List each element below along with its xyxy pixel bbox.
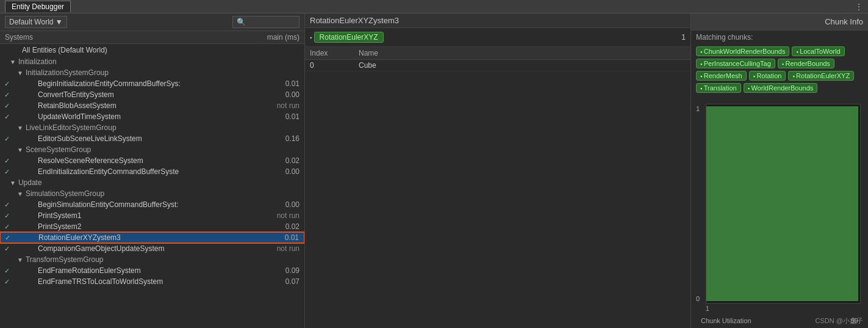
all-entities-row[interactable]: All Entities (Default World) [0,44,304,56]
col-systems-label: Systems [5,33,251,42]
world-selector[interactable]: Default World ▼ [5,16,67,28]
checkbox[interactable]: ✓ [0,201,13,209]
system-time: 0.02 [256,222,304,231]
chunk-util-label: Chunk Utilization [701,317,751,324]
query-row: ▪ RotationEulerXYZ 1 [305,28,690,47]
checkbox[interactable]: ✓ [0,102,13,110]
chunk-tag-rendermesh: RenderMesh [696,71,747,81]
system-time: 0.01 [256,112,304,121]
system-time: 0.02 [256,156,304,165]
index-header: Index [310,49,359,57]
triangle-icon: ▼ [17,125,23,131]
group-update[interactable]: ▼ Update [0,177,304,188]
bar-fill [706,106,858,301]
system-row[interactable]: ✓ PrintSystem2 0.02 [0,221,304,232]
system-row[interactable]: ✓ EndFrameTRSToLocalToWorldSystem 0.07 [0,276,304,287]
group-init-system-group[interactable]: ▼ InitializationSystemGroup [0,67,304,78]
livelink-label: LiveLinkEditorSystemGroup [26,123,117,132]
group-initialization[interactable]: ▼ Initialization [0,56,304,67]
checkbox[interactable]: ✓ [0,80,13,88]
system-name: RotationEulerXYZystem3 [14,233,255,242]
system-row[interactable]: ✓ EditorSubSceneLiveLinkSystem 0.16 [0,133,304,144]
system-name: EditorSubSceneLiveLinkSystem [13,134,256,143]
system-name: BeginInitializationEntityCommandBufferSy… [13,79,256,88]
system-name: UpdateWorldTimeSystem [13,112,256,121]
x-label-1: 1 [706,305,709,312]
checkbox[interactable]: ✓ [0,157,13,165]
system-name: EndFrameTRSToLocalToWorldSystem [13,277,256,286]
search-input[interactable] [232,16,299,28]
checkbox[interactable]: ✓ [0,135,13,143]
system-row[interactable]: ✓ EndFrameRotationEulerSystem 0.09 [0,265,304,276]
system-time: 0.00 [256,167,304,176]
group-scene[interactable]: ▼ SceneSystemGroup [0,144,304,155]
chunk-tag-rotation: Rotation [749,71,786,81]
system-row[interactable]: ✓ CompanionGameObjectUpdateSystem not ru… [0,243,304,254]
chunks-tags: ChunkWorldRenderBounds LocalToWorld PerI… [691,44,868,95]
checkbox[interactable]: ✓ [1,234,14,242]
col-main-label: main (ms) [251,33,299,42]
name-header: Name [359,49,686,57]
middle-panel: RotationEulerXYZystem3 ▪ RotationEulerXY… [305,13,691,328]
system-row[interactable]: ✓ ResolveSceneReferenceSystem 0.02 [0,155,304,166]
triangle-icon: ▼ [10,180,16,186]
credit-label: CSDN @小盏子 [816,316,863,326]
system-row[interactable]: ✓ UpdateWorldTimeSystem 0.01 [0,111,304,122]
chart-area: 1 0 1 Chunk Utilization 99 [691,95,868,328]
checkbox[interactable]: ✓ [0,267,13,275]
y-label-0: 0 [696,295,700,302]
entity-debugger-tab[interactable]: Entity Debugger [5,1,71,12]
system-time: 0.01 [256,79,304,88]
system-name: PrintSystem1 [13,211,256,220]
triangle-icon: ▼ [10,59,16,65]
system-row[interactable]: ✓ PrintSystem1 not run [0,210,304,221]
top-bar: Entity Debugger ⋮ [0,0,868,13]
system-row[interactable]: ✓ BeginSimulationEntityCommandBufferSyst… [0,199,304,210]
entity-table: Index Name 0 Cube [305,47,690,328]
systems-list: All Entities (Default World) ▼ Initializ… [0,44,304,328]
rw-icon: ▪ [310,34,312,41]
system-row[interactable]: ✓ RetainBlobAssetSystem not run [0,100,304,111]
simulation-label: SimulationSystemGroup [26,189,104,198]
main-layout: Default World ▼ Systems main (ms) All En… [0,13,868,328]
system-name: RetainBlobAssetSystem [13,101,256,110]
system-title: RotationEulerXYZystem3 [305,13,690,28]
triangle-icon: ▼ [17,191,23,197]
system-time: 0.07 [256,277,304,286]
system-time: not run [256,244,304,253]
system-row[interactable]: ✓ ConvertToEntitySystem 0.00 [0,89,304,100]
system-name: BeginSimulationEntityCommandBufferSyst: [13,200,256,209]
system-row[interactable]: ✓ EndInitializationEntityCommandBufferSy… [0,166,304,177]
system-name: EndFrameRotationEulerSystem [13,266,256,275]
update-label: Update [18,178,42,187]
right-panel-header: Chunk Info [691,13,868,31]
system-time: not run [256,101,304,110]
chunk-tag-chunkworld: ChunkWorldRenderBounds [696,46,789,56]
checkbox[interactable]: ✓ [0,245,13,253]
entity-row[interactable]: 0 Cube [305,60,690,71]
chunk-tag-worldrender: WorldRenderBounds [744,83,818,93]
triangle-icon: ▼ [17,70,23,76]
query-tag[interactable]: RotationEulerXYZ [314,32,384,43]
chunk-info-label: Chunk Info [825,17,863,26]
checkbox[interactable]: ✓ [0,223,13,231]
checkbox[interactable]: ✓ [0,212,13,220]
group-livelink[interactable]: ▼ LiveLinkEditorSystemGroup [0,122,304,133]
system-time: 0.09 [256,266,304,275]
system-name: EndInitializationEntityCommandBufferSyst… [13,167,256,176]
system-time: 0.00 [256,200,304,209]
triangle-icon: ▼ [17,257,23,263]
transform-label: TransformSystemGroup [26,255,104,264]
chunk-tag-rotationeuler: RotationEulerXYZ [788,71,854,81]
checkbox[interactable]: ✓ [0,278,13,286]
selected-system-row[interactable]: ✓ RotationEulerXYZystem3 0.01 [0,232,304,243]
system-row[interactable]: ✓ BeginInitializationEntityCommandBuffer… [0,78,304,89]
bar-container [706,104,861,304]
menu-dots-icon[interactable]: ⋮ [855,2,863,12]
group-transform[interactable]: ▼ TransformSystemGroup [0,254,304,265]
left-panel-header: Default World ▼ [0,13,304,31]
checkbox[interactable]: ✓ [0,168,13,176]
checkbox[interactable]: ✓ [0,91,13,99]
checkbox[interactable]: ✓ [0,113,13,121]
group-simulation[interactable]: ▼ SimulationSystemGroup [0,188,304,199]
